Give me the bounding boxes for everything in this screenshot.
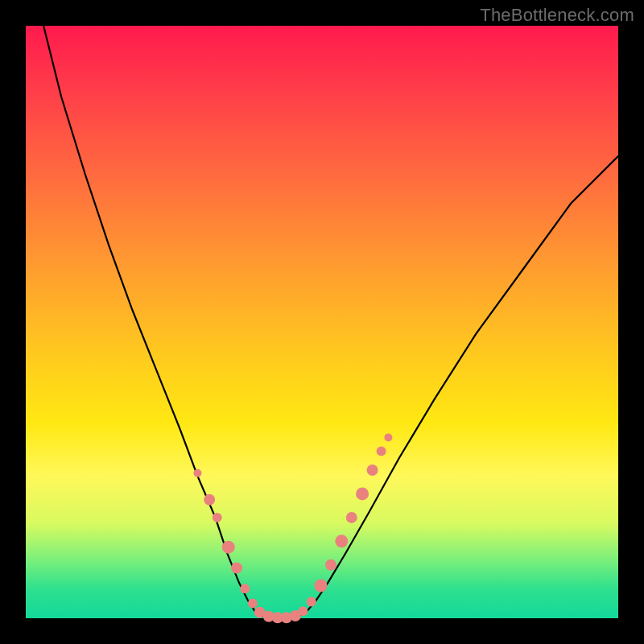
marker-dot (248, 599, 258, 609)
chart-frame: TheBottleneck.com (0, 0, 644, 644)
marker-dot (240, 584, 250, 593)
marker-dots (193, 434, 392, 624)
marker-dot (384, 434, 392, 442)
marker-dot (346, 512, 357, 523)
plot-area (26, 26, 618, 618)
marker-dot (193, 469, 201, 477)
marker-dot (222, 541, 235, 554)
marker-dot (204, 494, 215, 506)
watermark-text: TheBottleneck.com (480, 5, 634, 26)
marker-dot (325, 559, 336, 571)
marker-dot (298, 606, 308, 616)
marker-dot (315, 580, 328, 592)
marker-dot (377, 446, 386, 456)
marker-dot (231, 562, 242, 573)
marker-dot (213, 513, 222, 522)
chart-svg (26, 26, 618, 618)
curve-group (43, 26, 618, 618)
marker-dot (335, 535, 348, 547)
bottleneck-curve (43, 26, 618, 618)
marker-dot (356, 487, 369, 500)
marker-dot (367, 464, 378, 476)
marker-dot (307, 597, 316, 606)
